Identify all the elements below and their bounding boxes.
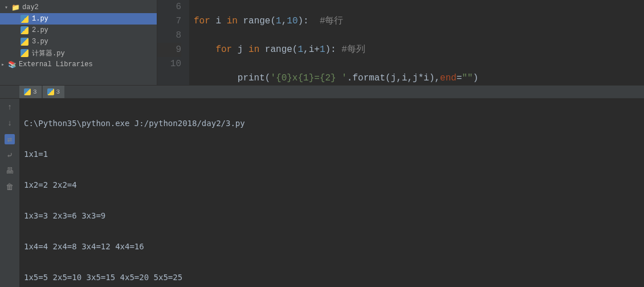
console-line: 1x1=1	[24, 147, 639, 162]
console-line: 1x2=2 2x2=4	[24, 177, 639, 193]
file-label: 1.py	[32, 15, 48, 23]
console-header: C:\Python35\python.exe J:/python2018/day…	[24, 116, 639, 131]
external-libraries[interactable]: ▸ 📚 External Libraries	[0, 59, 157, 70]
scroll-up-button[interactable]: ↑	[5, 102, 15, 112]
python-icon	[47, 88, 54, 95]
file-label: 2.py	[32, 26, 48, 34]
code-line-8: print('{0}x{1}={2} '.format(j,i,j*i),end…	[194, 71, 644, 86]
line-number: 7	[157, 14, 181, 29]
file-label: 3.py	[32, 38, 48, 46]
line-number: 10	[157, 57, 181, 71]
code-line-6: for i in range(1,10): #每行	[194, 14, 644, 29]
file-label: 计算器.py	[32, 48, 65, 58]
python-icon	[21, 49, 28, 57]
code-editor[interactable]: 6 7 8 9 10 for i in range(1,10): #每行 for…	[157, 0, 644, 85]
python-icon	[21, 26, 28, 34]
project-tree: ▾ 📁 day2 1.py 2.py 3.py 计算器.py ▸ 📚 Exter…	[0, 0, 157, 85]
file-1-py[interactable]: 1.py	[0, 13, 157, 25]
console-toolbar: ↑ ↓ ⇄ ⤶ 🖶 🗑	[0, 99, 19, 287]
print-button[interactable]: 🖶	[5, 166, 15, 176]
console-line: 1x5=5 2x5=10 3x5=15 4x5=20 5x5=25	[24, 270, 639, 285]
file-2-py[interactable]: 2.py	[0, 25, 157, 36]
clear-button[interactable]: 🗑	[5, 182, 15, 192]
console-line: 1x3=3 2x3=6 3x3=9	[24, 208, 639, 224]
line-number: 8	[157, 29, 181, 43]
wrap-button[interactable]: ⤶	[5, 150, 15, 160]
chevron-down-icon: ▾	[5, 4, 11, 11]
line-number: 6	[157, 0, 181, 14]
python-icon	[21, 15, 28, 23]
chevron-right-icon: ▸	[1, 61, 8, 68]
console-line: 1x4=4 2x4=8 3x4=12 4x4=16	[24, 239, 639, 254]
python-icon	[21, 38, 28, 46]
code-area[interactable]: for i in range(1,10): #每行 for j in range…	[189, 0, 644, 85]
run-tab-1[interactable]: 3	[19, 86, 42, 98]
soft-wrap-button[interactable]: ⇄	[5, 134, 15, 144]
run-tab-2[interactable]: 3	[43, 86, 65, 98]
file-3-py[interactable]: 3.py	[0, 36, 157, 47]
folder-day2[interactable]: ▾ 📁 day2	[0, 2, 157, 13]
folder-icon: 📁	[11, 3, 20, 12]
file-calculator-py[interactable]: 计算器.py	[0, 47, 157, 59]
console-output[interactable]: C:\Python35\python.exe J:/python2018/day…	[19, 99, 644, 287]
python-icon	[24, 88, 31, 95]
line-number: 9	[157, 43, 181, 57]
library-icon: 📚	[8, 60, 17, 69]
folder-label: day2	[22, 3, 39, 11]
scroll-down-button[interactable]: ↓	[5, 118, 15, 128]
line-gutter: 6 7 8 9 10	[157, 0, 189, 85]
top-area: ▾ 📁 day2 1.py 2.py 3.py 计算器.py ▸ 📚 Exter…	[0, 0, 644, 86]
libraries-label: External Libraries	[19, 60, 93, 68]
run-tabs-bar: 3 3	[0, 86, 644, 99]
code-line-7: for j in range(1,i+1): #每列	[194, 43, 644, 57]
console-area: ↑ ↓ ⇄ ⤶ 🖶 🗑 C:\Python35\python.exe J:/py…	[0, 99, 644, 287]
